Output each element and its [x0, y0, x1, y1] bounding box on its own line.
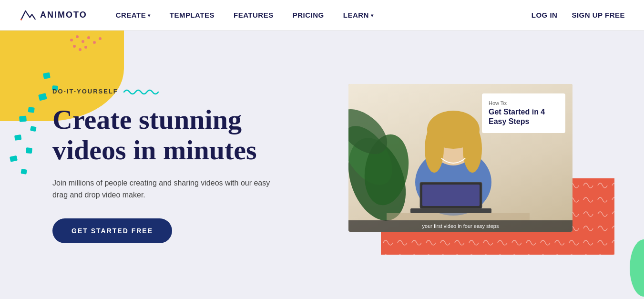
hero-subtitle: Join millions of people creating and sha…	[52, 177, 281, 201]
chevron-down-icon-learn: ▾	[371, 13, 374, 18]
chevron-down-icon: ▾	[148, 13, 151, 18]
nav-menu: CREATE ▾ TEMPLATES FEATURES PRICING LEAR…	[106, 0, 532, 31]
svg-rect-7	[14, 134, 21, 141]
navbar-right: LOG IN SIGN UP FREE	[532, 11, 625, 19]
svg-point-15	[93, 41, 96, 44]
svg-rect-1	[43, 72, 51, 79]
svg-rect-33	[387, 213, 530, 220]
video-container: How To: Get Started in 4 Easy Steps your…	[348, 84, 606, 246]
nav-item-learn[interactable]: LEARN ▾	[334, 0, 383, 31]
hero-content: DO-IT-YOURSELF Create stunning videos in…	[52, 86, 281, 243]
svg-rect-6	[30, 126, 37, 132]
svg-point-28	[425, 125, 444, 173]
video-card-steps-title: Get Started in 4 Easy Steps	[489, 107, 559, 126]
hero-video-thumbnail[interactable]: How To: Get Started in 4 Easy Steps your…	[348, 84, 606, 246]
video-card-how-to: How To:	[489, 100, 559, 106]
svg-rect-9	[10, 155, 18, 162]
svg-point-13	[82, 40, 84, 43]
video-frame: How To: Get Started in 4 Easy Steps your…	[348, 84, 572, 232]
svg-point-34	[630, 239, 644, 297]
get-started-button[interactable]: GET STARTED FREE	[52, 218, 172, 243]
svg-point-0	[20, 19, 22, 21]
svg-rect-3	[38, 93, 47, 101]
svg-point-17	[73, 45, 76, 48]
svg-rect-31	[422, 185, 480, 206]
svg-point-14	[87, 36, 90, 39]
hero-section: DO-IT-YOURSELF Create stunning videos in…	[0, 31, 644, 299]
svg-point-11	[70, 39, 73, 41]
svg-rect-8	[26, 147, 32, 154]
logo-text: ANIMOTO	[40, 10, 87, 20]
svg-rect-10	[20, 169, 27, 175]
hero-title: Create stunning videos in minutes	[52, 104, 281, 165]
logo-icon	[19, 7, 36, 24]
svg-point-19	[84, 46, 87, 49]
deco-green-leaf-right	[627, 237, 644, 299]
svg-point-12	[76, 35, 79, 38]
navbar: ANIMOTO CREATE ▾ TEMPLATES FEATURES PRIC…	[0, 0, 644, 31]
svg-point-18	[79, 48, 82, 51]
nav-item-create[interactable]: CREATE ▾	[106, 0, 160, 31]
signup-button[interactable]: SIGN UP FREE	[572, 11, 625, 19]
login-button[interactable]: LOG IN	[532, 11, 558, 19]
nav-item-pricing[interactable]: PRICING	[283, 0, 334, 31]
svg-point-16	[99, 37, 102, 40]
svg-rect-4	[28, 107, 34, 113]
wave-icon	[123, 86, 161, 96]
svg-rect-32	[410, 208, 491, 213]
svg-rect-5	[19, 116, 27, 122]
deco-pink-dots	[67, 33, 105, 54]
svg-point-29	[463, 125, 482, 173]
hero-diy-label: DO-IT-YOURSELF	[52, 86, 281, 96]
logo[interactable]: ANIMOTO	[19, 7, 87, 24]
laptop	[387, 182, 530, 220]
nav-item-features[interactable]: FEATURES	[224, 0, 283, 31]
video-caption: your first video in four easy steps	[348, 220, 572, 232]
nav-item-templates[interactable]: TEMPLATES	[160, 0, 224, 31]
